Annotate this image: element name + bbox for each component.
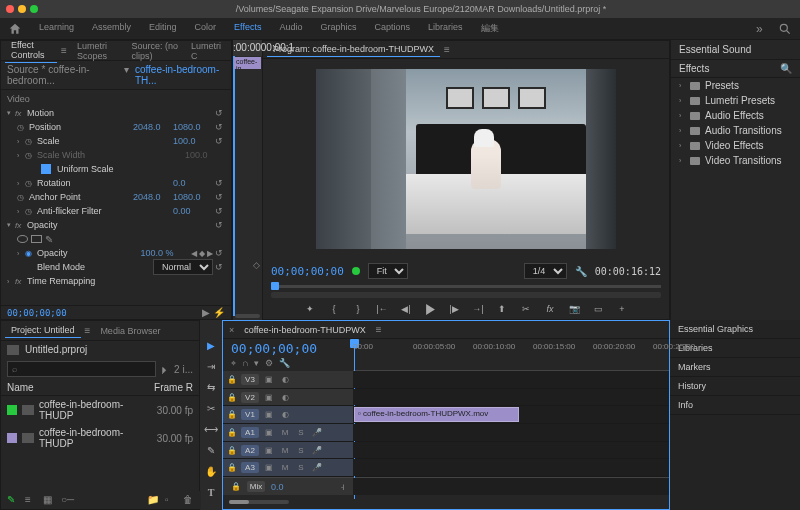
lock-icon[interactable]: 🔒 bbox=[227, 393, 237, 402]
razor-tool-icon[interactable]: ✂ bbox=[204, 401, 218, 415]
effects-folder-video-effects[interactable]: ›Video Effects bbox=[671, 138, 800, 153]
motion-label[interactable]: Motion bbox=[25, 108, 213, 118]
effects-folder-lumetri-presets[interactable]: ›Lumetri Presets bbox=[671, 93, 800, 108]
media-browser-tab[interactable]: Media Browser bbox=[94, 324, 166, 338]
lock-icon[interactable]: 🔒 bbox=[227, 428, 237, 437]
program-ruler[interactable] bbox=[263, 283, 669, 299]
pen-tool-icon[interactable]: ✎ bbox=[204, 443, 218, 457]
lock-icon[interactable]: 🔒 bbox=[227, 410, 237, 419]
motion-reset[interactable]: ↺ bbox=[213, 108, 225, 118]
label-swatch[interactable] bbox=[7, 405, 17, 415]
project-tab[interactable]: Project: Untitled bbox=[5, 323, 81, 338]
mask-ellipse-icon[interactable] bbox=[17, 235, 28, 243]
track-lane-v2[interactable] bbox=[353, 389, 669, 406]
home-icon[interactable] bbox=[8, 22, 22, 36]
lock-icon[interactable]: 🔒 bbox=[227, 446, 237, 455]
timeline-zoom[interactable] bbox=[229, 500, 289, 504]
close-icon[interactable] bbox=[6, 5, 14, 13]
ec-tab[interactable]: Effect Controls bbox=[5, 38, 57, 63]
position-y[interactable]: 1080.0 bbox=[173, 122, 213, 132]
effects-folder-audio-transitions[interactable]: ›Audio Transitions bbox=[671, 123, 800, 138]
timeline-tab[interactable]: coffee-in-bedroom-THUDPWX bbox=[238, 323, 371, 337]
workspace-tab-audio[interactable]: Audio bbox=[270, 19, 311, 38]
snap-icon[interactable]: ⌖ bbox=[231, 358, 236, 369]
new-bin-icon[interactable]: 📁 bbox=[147, 494, 159, 506]
program-tc-in[interactable]: 00;00;00;00 bbox=[271, 265, 344, 278]
anchor-x[interactable]: 2048.0 bbox=[133, 192, 173, 202]
motion-toggle[interactable]: ▾ bbox=[7, 109, 15, 117]
ec-clip-label[interactable]: coffee-in-bedroom-TH... bbox=[135, 64, 225, 86]
track-header-a1[interactable]: 🔒A1▣MS🎤 bbox=[223, 424, 353, 441]
project-search-input[interactable] bbox=[7, 361, 156, 377]
toggle-output-icon[interactable]: ▣ bbox=[263, 393, 275, 402]
hand-tool-icon[interactable]: ✋ bbox=[204, 464, 218, 478]
toggle-output-icon[interactable]: ▣ bbox=[263, 375, 275, 384]
voice-icon[interactable]: 🎤 bbox=[311, 463, 323, 472]
antiflicker-val[interactable]: 0.00 bbox=[173, 206, 213, 216]
col-name[interactable]: Name bbox=[7, 382, 154, 393]
track-lane-a1[interactable] bbox=[353, 424, 669, 441]
play-icon[interactable] bbox=[423, 302, 437, 316]
track-header-v2[interactable]: 🔒V2▣◐ bbox=[223, 389, 353, 406]
ec-scroll[interactable] bbox=[235, 314, 260, 318]
ec-tab[interactable]: Lumetri C bbox=[185, 39, 227, 63]
ec-timecode[interactable]: 00;00;00;00 bbox=[7, 308, 67, 318]
col-rate[interactable]: Frame R bbox=[154, 382, 193, 393]
export-frame-icon[interactable]: 📷 bbox=[567, 302, 581, 316]
toggle-sync-icon[interactable]: ◐ bbox=[279, 410, 291, 419]
workspace-tab-editing[interactable]: Editing bbox=[140, 19, 186, 38]
thumb-slider[interactable]: ○─ bbox=[61, 494, 73, 506]
workspace-tab-color[interactable]: Color bbox=[186, 19, 226, 38]
voice-icon[interactable]: 🎤 bbox=[311, 428, 323, 437]
mute-icon[interactable]: ▣ bbox=[263, 463, 275, 472]
position-keyframe[interactable]: ◷ bbox=[17, 123, 27, 132]
rotation-val[interactable]: 0.0 bbox=[173, 178, 213, 188]
mute-icon[interactable]: ▣ bbox=[263, 428, 275, 437]
trash-icon[interactable]: 🗑 bbox=[183, 494, 195, 506]
position-x[interactable]: 2048.0 bbox=[133, 122, 173, 132]
track-header-a3[interactable]: 🔒A3▣MS🎤 bbox=[223, 459, 353, 476]
toggle-sync-icon[interactable]: ◐ bbox=[279, 393, 291, 402]
toggle-sync-icon[interactable]: ◐ bbox=[279, 375, 291, 384]
ec-mini-timeline[interactable]: :00:0000:00:1 coffee-in-bedroom- ◇ bbox=[232, 40, 262, 320]
project-item[interactable]: coffee-in-bedroom-THUDP30.00 fp bbox=[1, 424, 199, 452]
voice-icon[interactable]: 🎤 bbox=[311, 446, 323, 455]
mute-icon[interactable]: ▣ bbox=[263, 446, 275, 455]
track-lane-a2[interactable] bbox=[353, 442, 669, 459]
slip-tool-icon[interactable]: ⟷ bbox=[204, 422, 218, 436]
track-lane-v1[interactable]: ▫ coffee-in-bedroom-THUDPWX.mov bbox=[353, 406, 669, 423]
mark-out-icon[interactable]: } bbox=[351, 302, 365, 316]
effects-search-icon[interactable]: 🔍 bbox=[780, 63, 792, 74]
anchor-y[interactable]: 1080.0 bbox=[173, 192, 213, 202]
add-marker-icon[interactable]: ✦ bbox=[303, 302, 317, 316]
ec-playhead[interactable] bbox=[233, 56, 235, 316]
program-playhead[interactable] bbox=[271, 282, 279, 290]
ripple-tool-icon[interactable]: ⇆ bbox=[204, 380, 218, 394]
minimize-icon[interactable] bbox=[18, 5, 26, 13]
track-header-v3[interactable]: 🔒V3▣◐ bbox=[223, 371, 353, 388]
extract-icon[interactable]: ✂ bbox=[519, 302, 533, 316]
settings-icon[interactable]: + bbox=[615, 302, 629, 316]
effects-folder-presets[interactable]: ›Presets bbox=[671, 78, 800, 93]
list-view-icon[interactable]: ≡ bbox=[25, 494, 37, 506]
mask-pen-icon[interactable]: ✎ bbox=[45, 234, 53, 245]
opacity-val[interactable]: 100.0 % bbox=[141, 248, 191, 258]
timeline-close[interactable]: × bbox=[229, 325, 234, 335]
panel-tab-history[interactable]: History bbox=[670, 377, 800, 396]
freeform-icon[interactable]: ✎ bbox=[7, 494, 19, 506]
go-out-icon[interactable]: →| bbox=[471, 302, 485, 316]
ec-tab[interactable]: Source: (no clips) bbox=[125, 39, 185, 63]
link-icon[interactable]: ∩ bbox=[242, 358, 248, 369]
mask-rect-icon[interactable] bbox=[31, 235, 42, 243]
overflow-icon[interactable]: » bbox=[756, 22, 770, 36]
mix-val[interactable]: 0.0 bbox=[271, 482, 311, 492]
track-lane-v3[interactable] bbox=[353, 371, 669, 388]
search-icon[interactable] bbox=[778, 22, 792, 36]
opacity-label[interactable]: Opacity bbox=[25, 220, 213, 230]
effects-folder-audio-effects[interactable]: ›Audio Effects bbox=[671, 108, 800, 123]
fit-select[interactable]: Fit bbox=[368, 263, 408, 279]
lock-icon[interactable]: 🔒 bbox=[227, 463, 237, 472]
selection-tool-icon[interactable]: ▶ bbox=[204, 338, 218, 352]
track-header-v1[interactable]: 🔒V1▣◐ bbox=[223, 406, 353, 423]
timeline-timecode[interactable]: 00;00;00;00 bbox=[231, 341, 345, 356]
